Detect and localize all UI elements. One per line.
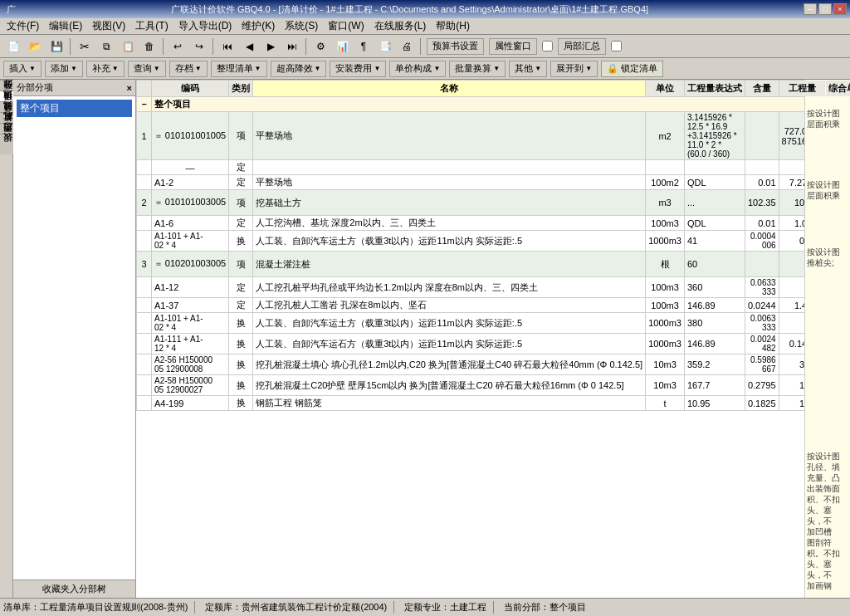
table-row[interactable]: 3 ＝ 010201003005 项 混凝土灌注桩 根 60 60 5136.1…	[137, 252, 851, 277]
btn-t1[interactable]: ⚙	[310, 37, 330, 56]
btn-high-reduce[interactable]: 超高降效 ▼	[271, 61, 327, 77]
tab-measures[interactable]: 措施项目	[0, 101, 13, 112]
main-table-area[interactable]: 编码 类别 名称 单位 工程量表达式 含量 工程量 综合单价 综合合价 工✦ －…	[136, 80, 850, 598]
tab-other-items[interactable]: 其他项目	[0, 112, 13, 123]
btn-insert[interactable]: 插入 ▼	[3, 61, 42, 77]
note-4: 按设计图孔径、填充量、凸出装饰面积、不扣头、塞头，不加凹槽图剖符积。不扣头、塞头…	[807, 451, 848, 591]
table-row[interactable]: A1-6 定 人工挖沟槽、基坑 深度2m以内、三、四类土 100m3 QDL 0…	[137, 216, 851, 231]
menu-online[interactable]: 在线服务(L)	[369, 18, 432, 34]
menu-help[interactable]: 帮助(H)	[431, 18, 475, 34]
sep1	[70, 38, 71, 55]
unit-a16: 100m3	[646, 216, 685, 231]
btn-unit-price[interactable]: 单价构成 ▼	[389, 61, 446, 77]
btn-install-fee[interactable]: 安装费用 ▼	[330, 61, 386, 77]
btn-nav4[interactable]: ⏭	[282, 37, 302, 56]
menu-window[interactable]: 窗口(W)	[323, 18, 369, 34]
left-tabs: 工程概况 分部分项 措施项目 其他项目 人材机汇总 费用汇总 报表	[0, 80, 13, 598]
btn-open[interactable]: 📂	[25, 37, 45, 56]
type-a256: 换	[229, 354, 253, 375]
btn-lock-list[interactable]: 🔒 锁定清单	[601, 61, 663, 77]
btn-undo[interactable]: ↩	[168, 37, 188, 56]
table-row[interactable]: A1-111 + A1-12 * 4 换 人工装、自卸汽车运石方（载重3t以内）…	[137, 334, 851, 354]
table-row[interactable]: A1-101 + A1-02 * 4 换 人工装、自卸汽车运土方（载重3t以内）…	[137, 231, 851, 252]
btn-batch-convert[interactable]: 批量换算 ▼	[449, 61, 506, 77]
tab-parts[interactable]: 分部分项	[0, 90, 13, 101]
chk-attr[interactable]	[542, 41, 553, 51]
table-row[interactable]: A1-2 定 平整场地 100m2 QDL 0.01 7.27017 75.66…	[137, 175, 851, 190]
app-close-btn[interactable]: ×	[833, 3, 847, 15]
status-bar: 清单库：工程量清单项目设置规则(2008-贵州) 定额库：贵州省建筑装饰工程计价…	[0, 598, 850, 616]
menu-system[interactable]: 系统(S)	[280, 18, 323, 34]
app-restore-btn[interactable]: □	[818, 3, 832, 15]
type-a4199: 换	[229, 396, 253, 411]
btn-nav2[interactable]: ◀	[239, 37, 259, 56]
type-2: 项	[229, 190, 253, 216]
table-row[interactable]: A2-58 H15000005 12900027 换 挖孔桩混凝土C20护壁 壁…	[137, 375, 851, 396]
btn-t4[interactable]: 📑	[375, 37, 395, 56]
menu-file[interactable]: 文件(F)	[2, 18, 44, 34]
unit-a1111: 1000m3	[646, 334, 685, 354]
btn-nav1[interactable]: ⏮	[217, 37, 237, 56]
seq-blank	[137, 160, 152, 175]
btn-query[interactable]: 查询 ▼	[128, 61, 166, 77]
menu-view[interactable]: 视图(V)	[87, 18, 130, 34]
btn-t3[interactable]: ¶	[354, 37, 374, 56]
code-a1101b: A1-101 + A1-02 * 4	[152, 313, 229, 334]
btn-summary[interactable]: 局部汇总	[558, 38, 606, 55]
table-row[interactable]: 1 ＝ 010101001005 项 平整场地 m2 3.1415926 *12…	[137, 112, 851, 160]
name-1: 平整场地	[253, 112, 646, 160]
tab-materials[interactable]: 人材机汇总	[0, 123, 13, 134]
title-bar-text: 广联达计价软件 GBQ4.0 - [清单计价 - 1#土建工程 - C:\Doc…	[16, 3, 804, 16]
btn-copy[interactable]: ⧉	[96, 37, 116, 56]
type-a258: 换	[229, 375, 253, 396]
menu-tools[interactable]: 工具(T)	[130, 18, 173, 34]
menu-import[interactable]: 导入导出(D)	[173, 18, 237, 34]
title-bar-controls: ─ □ ×	[804, 3, 847, 15]
btn-t2[interactable]: 📊	[332, 37, 352, 56]
status-dangqian: 当前分部：整个项目	[504, 601, 586, 614]
btn-new[interactable]: 📄	[3, 37, 23, 56]
table-row[interactable]: 2 ＝ 010101003005 项 挖基础土方 m3 ... 102.35 1…	[137, 190, 851, 216]
btn-sort-list[interactable]: 整理清单 ▼	[211, 61, 267, 77]
table-row[interactable]: A1-12 定 人工挖孔桩平均孔径或平均边长1.2m以内 深度在8m以内、三、四…	[137, 277, 851, 298]
code-blank: —	[152, 160, 229, 175]
btn-save[interactable]: 💾	[46, 37, 66, 56]
main-table: 编码 类别 名称 单位 工程量表达式 含量 工程量 综合单价 综合合价 工✦ －…	[136, 80, 850, 411]
menu-edit[interactable]: 编辑(E)	[44, 18, 87, 34]
btn-supplement[interactable]: 补充 ▼	[86, 61, 125, 77]
coef-2: 102.35	[745, 190, 779, 216]
btn-preview[interactable]: 预算书设置	[427, 38, 484, 55]
menu-maintain[interactable]: 维护(K)	[237, 18, 280, 34]
btn-redo[interactable]: ↪	[189, 37, 209, 56]
panel-close-btn[interactable]: ×	[127, 83, 132, 93]
type-a16: 定	[229, 216, 253, 231]
unit-3: 根	[646, 252, 685, 277]
btn-t5[interactable]: 🖨	[397, 37, 417, 56]
table-row[interactable]: A1-101 + A1-02 * 4 换 人工装、自卸汽车运土方（载重3t以内）…	[137, 313, 851, 334]
tab-project-overview[interactable]: 工程概况	[0, 80, 13, 90]
btn-archive[interactable]: 存档 ▼	[169, 61, 208, 77]
unit-blank	[646, 160, 685, 175]
btn-cut[interactable]: ✂	[75, 37, 95, 56]
panel-footer-btn[interactable]: 收藏夹入分部树	[13, 579, 135, 598]
btn-paste[interactable]: 📋	[118, 37, 138, 56]
app-minimize-btn[interactable]: ─	[804, 3, 817, 15]
btn-attr[interactable]: 属性窗口	[489, 38, 537, 55]
table-row[interactable]: A1-37 定 人工挖孔桩人工凿岩 孔深在8m以内、坚石 100m3 146.8…	[137, 298, 851, 313]
btn-nav3[interactable]: ▶	[261, 37, 281, 56]
table-row[interactable]: — 定 0 0 0	[137, 160, 851, 175]
btn-add[interactable]: 添加 ▼	[45, 61, 83, 77]
chk-summary[interactable]	[611, 41, 622, 51]
btn-delete[interactable]: 🗑	[139, 37, 159, 56]
seq-1: 1	[137, 112, 152, 160]
btn-other[interactable]: 其他 ▼	[509, 61, 547, 77]
tab-fee-summary[interactable]: 费用汇总	[0, 134, 13, 144]
th-coef: 含量	[745, 81, 779, 97]
tab-report[interactable]: 报表	[0, 144, 13, 154]
formula-a1101b: 380	[684, 313, 745, 334]
tree-item-whole-project[interactable]: 整个项目	[17, 100, 132, 117]
table-row[interactable]: A2-56 H15000005 12900008 换 挖孔桩混凝土填心 填心孔径…	[137, 354, 851, 375]
seq-a12	[137, 175, 152, 190]
table-row[interactable]: A4-199 换 钢筋工程 钢筋笼 t 10.95 0.1825 10.95 5…	[137, 396, 851, 411]
btn-expand[interactable]: 展开到 ▼	[550, 61, 598, 77]
